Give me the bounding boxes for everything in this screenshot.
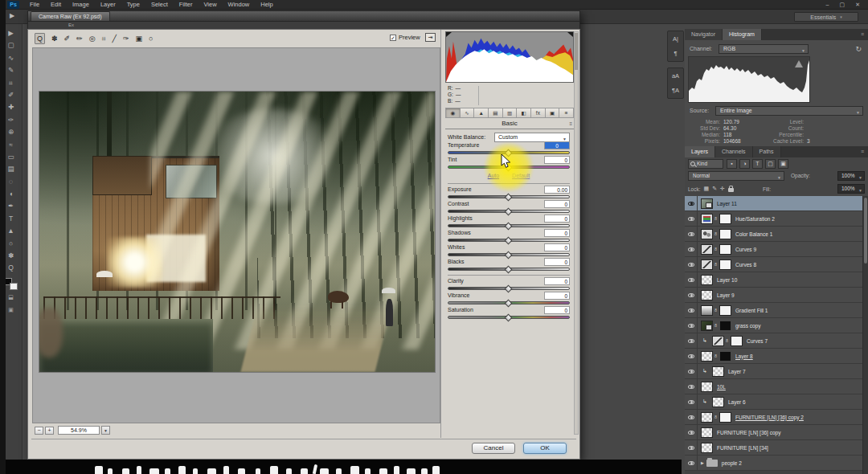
fill-value-box[interactable]: 100% ▼ (837, 184, 865, 194)
layer-name[interactable]: FURNITURE [LN] [36] copy (717, 430, 780, 435)
workspace-switcher[interactable]: Essentials ▾ (794, 12, 858, 22)
layer-thumbnail[interactable] (701, 321, 713, 331)
gradient-tool[interactable]: ▤ (4, 164, 18, 174)
lock-pixels-icon[interactable]: ✎ (712, 186, 717, 192)
layer-row[interactable]: ▶people 2 (685, 456, 868, 471)
slider-value-box[interactable]: 0 (544, 292, 570, 300)
blend-mode-select[interactable]: Normal ▼ (688, 171, 784, 181)
lock-all-icon[interactable] (728, 188, 734, 192)
shape-tool[interactable]: ○ (4, 239, 18, 249)
layer-row[interactable]: 8Gradient Fill 1 (685, 303, 868, 318)
color-swatches[interactable] (4, 278, 18, 290)
visibility-toggle[interactable] (685, 394, 698, 409)
layer-row[interactable]: FURNITURE [LN] [36] copy (685, 425, 868, 440)
filter-smart-objects[interactable]: ▣ (778, 159, 788, 169)
cr-color-sampler-tool[interactable]: ✏ (76, 34, 83, 43)
layer-row[interactable]: 8FURNITURE [LN] [36] copy 2 (685, 410, 868, 425)
layer-row[interactable]: 8Color Balance 1 (685, 227, 868, 242)
layer-name[interactable]: FURNITURE [LN] [36] copy 2 (735, 415, 804, 420)
layer-row[interactable]: 8grass copy (685, 318, 868, 333)
visibility-toggle[interactable] (685, 257, 698, 272)
layer-mask-thumbnail[interactable] (719, 305, 731, 316)
cr-rotate-tool[interactable]: ○ (149, 34, 153, 43)
shadow-clipping-icon[interactable] (446, 32, 452, 37)
visibility-toggle[interactable] (685, 227, 698, 241)
channel-select[interactable]: RGB ▼ (719, 44, 809, 54)
slider-thumb[interactable] (505, 193, 513, 201)
preview-toggle[interactable]: ✓ Preview (390, 34, 420, 41)
blur-tool[interactable]: ◌ (4, 177, 18, 187)
layer-mask-thumbnail[interactable] (719, 244, 731, 255)
layer-row[interactable]: Layer 11 (685, 196, 868, 211)
visibility-toggle[interactable] (685, 272, 698, 287)
menu-help[interactable]: Help (255, 0, 278, 10)
menu-filter[interactable]: Filter (174, 0, 199, 10)
tab-hsl-grayscale[interactable]: ▤ (489, 108, 503, 118)
cr-spot-removal-tool[interactable]: ✑ (123, 34, 129, 43)
layer-row[interactable]: ↳Layer 7 (685, 364, 868, 379)
visibility-toggle[interactable] (685, 425, 698, 439)
visibility-toggle[interactable] (685, 288, 698, 302)
zoom-in-button[interactable]: + (45, 427, 54, 435)
visibility-toggle[interactable] (685, 349, 698, 363)
brush-tool[interactable]: ✑ (4, 115, 18, 125)
layer-name[interactable]: Hue/Saturation 2 (735, 216, 775, 222)
history-brush-tool[interactable]: ≈ (4, 140, 18, 150)
cr-hand-tool[interactable]: ✽ (51, 34, 58, 43)
tab-lens-corrections[interactable]: ◧ (517, 108, 531, 118)
zoom-dropdown-icon[interactable]: ▼ (101, 426, 110, 435)
layer-name[interactable]: 10L (717, 384, 726, 390)
layer-row[interactable]: FURNITURE [LN] [34] (685, 440, 868, 456)
layer-thumbnail[interactable] (701, 198, 713, 209)
dodge-tool[interactable]: ◖ (4, 189, 18, 199)
group-expand-icon[interactable]: ▶ (701, 460, 704, 465)
panel-menu-icon[interactable]: ≡ (569, 120, 572, 129)
slider-thumb[interactable] (505, 222, 513, 230)
layer-name[interactable]: Layer 11 (717, 201, 737, 206)
menu-image[interactable]: Image (67, 0, 95, 10)
slider-value-box[interactable]: 0 (544, 306, 570, 314)
character-panel[interactable]: A| (673, 35, 678, 43)
slider-value-box[interactable]: 0 (544, 229, 570, 237)
slider-thumb[interactable] (505, 265, 513, 273)
layer-mask-thumbnail[interactable] (719, 229, 731, 239)
cr-crop-tool[interactable]: ⌗ (102, 34, 106, 43)
visibility-toggle[interactable] (685, 318, 698, 333)
filter-shape-layers[interactable]: ▢ (765, 159, 776, 169)
preview-image[interactable] (39, 92, 435, 372)
slider-value-box[interactable]: 0 (544, 200, 570, 208)
layer-name[interactable]: Color Balance 1 (735, 231, 772, 237)
visibility-toggle[interactable] (685, 211, 698, 226)
layer-mask-thumbnail[interactable] (719, 412, 731, 423)
menu-layer[interactable]: Layer (95, 0, 121, 10)
slider-value-box[interactable]: 0 (544, 258, 570, 266)
slider-track[interactable] (448, 253, 570, 256)
cr-straighten-tool[interactable]: ╱ (113, 34, 117, 43)
slider-thumb[interactable] (505, 251, 513, 259)
layer-name[interactable]: Layer 8 (735, 353, 753, 359)
visibility-toggle[interactable] (685, 440, 698, 455)
layer-mask-thumbnail[interactable] (731, 336, 743, 346)
tab-split-toning[interactable]: ▥ (503, 108, 518, 118)
visibility-toggle[interactable] (685, 379, 698, 394)
layer-name[interactable]: Layer 10 (717, 277, 737, 283)
highlight-clipping-icon[interactable] (567, 32, 573, 37)
slider-track[interactable] (448, 268, 570, 271)
tab-basic[interactable]: ◉ (445, 108, 461, 118)
filter-pixel-layers[interactable]: ▪ (727, 159, 737, 169)
filter-adjustment-layers[interactable]: ◑ (739, 159, 750, 169)
marquee-tool[interactable]: ▢ (4, 40, 18, 51)
slider-track[interactable] (448, 316, 570, 319)
layer-thumbnail[interactable] (701, 259, 713, 270)
opacity-value-box[interactable]: 100% ▼ (837, 171, 865, 181)
layer-mask-thumbnail[interactable] (719, 214, 731, 224)
cr-zoom-tool[interactable]: Q (35, 33, 45, 44)
slider-value-box[interactable]: 0.00 (544, 186, 570, 194)
visibility-toggle[interactable] (685, 364, 698, 378)
crop-tool[interactable]: ⌗ (4, 78, 18, 88)
move-tool[interactable]: ▶ (4, 28, 18, 39)
menu-view[interactable]: View (198, 0, 222, 10)
layer-thumbnail[interactable] (701, 427, 713, 438)
clone-stamp-tool[interactable]: ⊕ (4, 127, 18, 137)
quick-mask-button[interactable]: ⬓ (4, 292, 18, 302)
